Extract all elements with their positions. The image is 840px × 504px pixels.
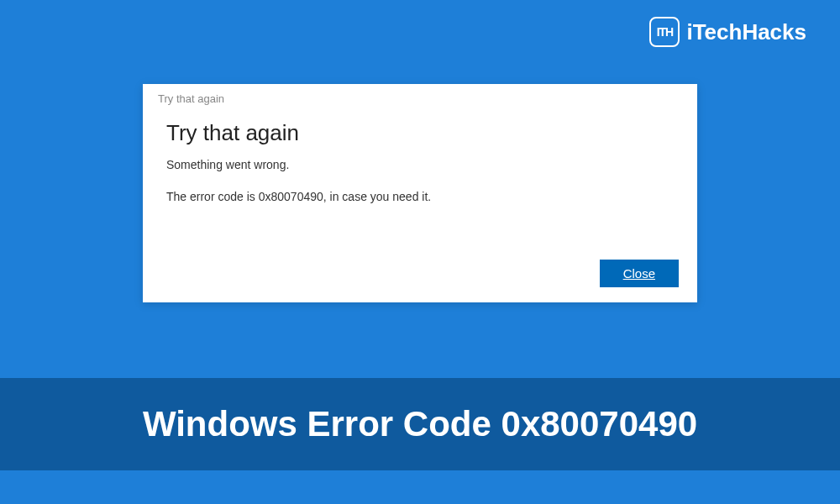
logo-brand-text: iTechHacks	[686, 19, 806, 45]
brand-logo: ITH iTechHacks	[649, 17, 806, 47]
title-banner: Windows Error Code 0x80070490	[0, 378, 840, 470]
dialog-heading: Try that again	[166, 120, 674, 146]
close-button[interactable]: Close	[600, 260, 679, 287]
logo-badge-icon: ITH	[649, 17, 680, 47]
error-dialog: Try that again Try that again Something …	[143, 84, 697, 302]
banner-title: Windows Error Code 0x80070490	[143, 404, 697, 444]
dialog-window-title: Try that again	[143, 84, 697, 110]
dialog-subtitle: Something went wrong.	[166, 158, 674, 171]
logo-badge-text: ITH	[657, 25, 674, 39]
dialog-body: Try that again Something went wrong. The…	[143, 110, 697, 203]
dialog-error-message: The error code is 0x80070490, in case yo…	[166, 190, 674, 203]
dialog-footer: Close	[600, 260, 679, 287]
